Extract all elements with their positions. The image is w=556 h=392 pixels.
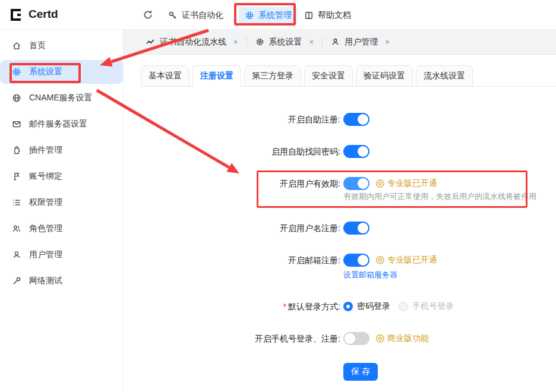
gear-icon <box>12 67 21 77</box>
badge-label: 专业版已开通 <box>387 255 437 265</box>
nav-label: 证书自动化 <box>182 10 223 21</box>
mail-icon <box>12 119 21 129</box>
field-label: 开启邮箱注册: <box>124 254 340 281</box>
page-tab-strip: 证书自动化流水线 × 系统设置 × 用户管理 × <box>124 30 556 55</box>
phone-login-toggle[interactable] <box>343 332 369 345</box>
radio-option-password-login[interactable]: 密码登录 <box>343 301 390 312</box>
settings-tab-bar: 基本设置 注册设置 第三方登录 安全设置 验证码设置 流水线设置 <box>141 65 556 87</box>
radio-disabled-icon <box>399 302 408 311</box>
team-icon <box>12 224 21 233</box>
sidebar-item-label: 角色管理 <box>29 223 62 234</box>
sidebar-item-label: 账号绑定 <box>29 171 62 182</box>
wrench-icon <box>12 276 21 286</box>
close-icon[interactable]: × <box>309 37 314 46</box>
form-row-user-expiry: 开启用户有效期: 专业版已开通 <box>124 177 556 203</box>
sidebar-item-label: 权限管理 <box>29 197 62 208</box>
register-settings-form: 开启自助注册: 启用自助找回密码: 开启用户有效期: <box>124 113 556 381</box>
form-row-phone-login: 开启手机号登录、注册: 商业版功能 <box>124 332 556 345</box>
sidebar-item-user-management[interactable]: 用户管理 <box>0 243 123 267</box>
save-button[interactable]: 保 存 <box>343 363 378 381</box>
nav-cert-automation[interactable]: 证书自动化 <box>168 8 223 23</box>
mail-server-settings-link[interactable]: 设置邮箱服务器 <box>343 269 437 281</box>
field-label: 启用自助找回密码: <box>124 145 340 158</box>
sidebar-item-cname-settings[interactable]: CNAME服务设置 <box>0 86 123 110</box>
toggle-knob <box>358 146 368 157</box>
nav-help-docs[interactable]: 帮助文档 <box>304 8 351 23</box>
line-chart-icon <box>146 37 155 47</box>
close-icon[interactable]: × <box>385 37 390 46</box>
email-register-toggle[interactable] <box>343 254 369 267</box>
sidebar-item-home[interactable]: 首页 <box>0 34 123 58</box>
nav-system-management[interactable]: 系统管理 <box>239 7 298 24</box>
page-tab-label: 证书自动化流水线 <box>160 37 226 48</box>
tab-third-party-login[interactable]: 第三方登录 <box>244 65 301 87</box>
gear-icon <box>255 37 264 46</box>
page-tab-pipelines[interactable]: 证书自动化流水线 × <box>146 37 238 48</box>
sidebar-item-system-settings[interactable]: 系统设置 <box>0 60 123 84</box>
sidebar-item-label: 插件管理 <box>29 145 62 156</box>
refresh-icon[interactable] <box>143 10 153 20</box>
tab-basic-settings[interactable]: 基本设置 <box>141 65 189 87</box>
sidebar-item-label: 首页 <box>29 40 46 51</box>
home-icon <box>12 41 21 50</box>
sidebar-item-account-binding[interactable]: 账号绑定 <box>0 165 123 188</box>
heart-badge-icon <box>375 334 385 343</box>
book-icon <box>304 11 314 20</box>
form-row-password-recovery: 启用自助找回密码: <box>124 145 556 158</box>
sidebar-item-label: CNAME服务设置 <box>29 93 93 103</box>
toggle-knob <box>358 178 368 189</box>
form-row-email-register: 开启邮箱注册: 专业版已开通 <box>124 254 556 281</box>
radio-option-phone-login[interactable]: 手机号登录 <box>399 301 454 312</box>
user-icon <box>12 250 21 260</box>
flag-icon <box>12 172 21 181</box>
puzzle-icon <box>12 146 21 155</box>
form-row-self-register: 开启自助注册: <box>124 113 556 126</box>
sidebar-item-role-management[interactable]: 角色管理 <box>0 217 123 241</box>
username-register-toggle[interactable] <box>343 222 369 235</box>
radio-label: 密码登录 <box>357 301 390 312</box>
list-icon <box>12 198 21 207</box>
tab-register-settings[interactable]: 注册设置 <box>192 65 241 87</box>
toggle-knob <box>345 333 355 344</box>
tab-divider <box>322 37 323 46</box>
tab-divider <box>247 37 247 46</box>
form-row-default-login-type: *默认登录方式: 密码登录 手机号登录 <box>124 300 556 313</box>
sidebar-item-network-test[interactable]: 网络测试 <box>0 269 123 293</box>
toggle-knob <box>358 223 368 233</box>
sidebar-menu: 首页 系统设置 CNAME服务设置 <box>0 30 124 392</box>
sidebar-item-mail-server-settings[interactable]: 邮件服务器设置 <box>0 112 123 136</box>
heart-badge-icon <box>375 179 385 188</box>
tab-pipeline-settings[interactable]: 流水线设置 <box>416 65 473 87</box>
tab-captcha-settings[interactable]: 验证码设置 <box>356 65 413 87</box>
field-label: 开启自助注册: <box>124 113 340 126</box>
password-recovery-toggle[interactable] <box>343 145 369 158</box>
sidebar-item-label: 用户管理 <box>29 249 62 260</box>
certd-logo-icon <box>8 7 24 23</box>
sidebar-item-label: 网络测试 <box>29 276 62 286</box>
nav-label: 系统管理 <box>258 10 292 21</box>
sidebar-item-permission-management[interactable]: 权限管理 <box>0 191 123 214</box>
app-window: Certd 证书自动化 系统管理 <box>0 0 556 392</box>
field-label: *默认登录方式: <box>124 300 340 313</box>
field-label: 开启用户名注册: <box>124 222 340 235</box>
close-icon[interactable]: × <box>233 37 238 46</box>
globe-icon <box>12 93 21 103</box>
content-panel: 基本设置 注册设置 第三方登录 安全设置 验证码设置 流水线设置 开启自助注册:… <box>124 55 556 392</box>
sidebar-item-plugin-management[interactable]: 插件管理 <box>0 138 123 162</box>
self-register-toggle[interactable] <box>343 113 369 126</box>
gear-icon <box>245 11 254 20</box>
field-label: 开启用户有效期: <box>124 177 340 203</box>
page-tab-system-settings[interactable]: 系统设置 × <box>255 37 314 48</box>
pro-edition-badge: 专业版已开通 <box>375 255 437 265</box>
key-icon <box>168 11 178 20</box>
user-icon <box>331 37 340 46</box>
page-tab-label: 用户管理 <box>345 37 378 48</box>
required-mark: * <box>283 302 286 311</box>
sidebar-item-label: 系统设置 <box>29 67 62 77</box>
toggle-knob <box>358 114 368 125</box>
page-tab-user-management[interactable]: 用户管理 × <box>331 37 390 48</box>
tab-security-settings[interactable]: 安全设置 <box>304 65 353 87</box>
user-expiry-toggle[interactable] <box>343 177 369 190</box>
pro-edition-badge: 专业版已开通 <box>375 178 437 189</box>
heart-badge-icon <box>375 255 385 265</box>
